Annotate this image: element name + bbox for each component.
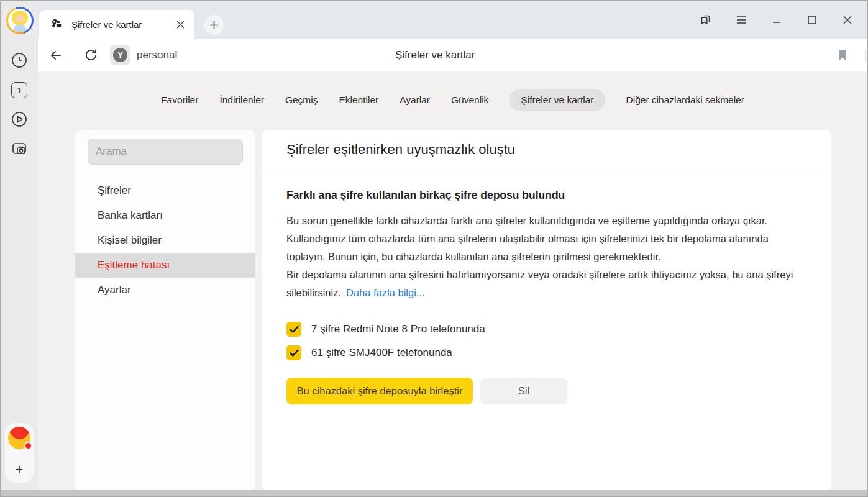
window-close-icon[interactable] — [840, 12, 855, 27]
bookmark-icon[interactable] — [833, 46, 852, 65]
checkbox-checked-icon[interactable] — [286, 345, 301, 360]
sync-conflict-panel: Şifreler eşitlenirken uyuşmazlık oluştu … — [262, 130, 831, 491]
sidebar-item-label: Banka kartları — [98, 209, 163, 222]
paragraph-3: Bir depolama alanının ana şifresini hatı… — [286, 266, 797, 302]
sidebar-item-kisisel-bilgiler[interactable]: Kişisel bilgiler — [75, 228, 255, 253]
device-checkbox-row[interactable]: 61 şifre SMJ400F telefonunda — [286, 345, 797, 360]
nav-diger-cihazlar[interactable]: Diğer cihazlardaki sekmeler — [626, 89, 744, 111]
rail-add-button[interactable]: + — [16, 463, 24, 476]
paragraph-2: Kullandığınız tüm cihazlarda tüm ana şif… — [286, 230, 797, 266]
nav-gecmis[interactable]: Geçmiş — [285, 89, 318, 111]
search-input[interactable] — [88, 139, 243, 165]
device-checkbox-row[interactable]: 7 şifre Redmi Note 8 Pro telefonunda — [286, 322, 797, 337]
avatar-image — [8, 9, 32, 32]
merge-button[interactable]: Bu cihazdaki şifre deposuyla birleştir — [286, 378, 473, 404]
yandex-browser-logo[interactable] — [8, 427, 30, 449]
sidebar-item-label: Şifreler — [98, 185, 131, 197]
profile-initial: Y — [117, 50, 123, 60]
device-checkbox-label: 7 şifre Redmi Note 8 Pro telefonunda — [311, 323, 485, 335]
left-rail: 1 + — [1, 1, 38, 490]
more-info-link[interactable]: Daha fazla bilgi... — [346, 287, 425, 298]
conflict-subtitle: Farklı ana şifre kullanılan birkaç şifre… — [286, 189, 797, 202]
play-icon[interactable] — [10, 110, 29, 129]
paragraph-1: Bu sorun genellikle farklı cihazlarda fa… — [286, 212, 797, 230]
notification-dot — [24, 442, 32, 450]
browser-tab[interactable]: Şifreler ve kartlar — [39, 10, 194, 39]
nav-guvenlik[interactable]: Güvenlik — [451, 89, 488, 111]
history-clock-icon[interactable] — [10, 51, 29, 70]
reload-icon[interactable] — [81, 46, 100, 65]
page-title: Şifreler ve kartlar — [395, 39, 475, 71]
settings-nav: Favoriler İndirilenler Geçmiş Eklentiler… — [38, 86, 867, 114]
tab-title: Şifreler ve kartlar — [71, 19, 173, 30]
nav-indirilenler[interactable]: İndirilenler — [219, 89, 264, 111]
back-icon[interactable] — [47, 46, 65, 65]
browser-window: 1 + — [0, 0, 868, 497]
toolbar-divider — [865, 49, 866, 62]
profile-badge[interactable]: Y personal — [110, 45, 177, 65]
rail-bottom-container: + — [5, 423, 34, 483]
tab-close-icon[interactable] — [173, 17, 187, 31]
passwords-sidebar-panel: Şifreler Banka kartları Kişisel bilgiler… — [75, 130, 255, 491]
delete-button[interactable]: Sil — [480, 378, 567, 404]
tab-counter[interactable]: 1 — [10, 81, 29, 99]
device-checkbox-label: 61 şifre SMJ400F telefonunda — [311, 347, 452, 359]
maximize-icon[interactable] — [805, 12, 820, 27]
conflict-description: Bu sorun genellikle farklı cihazlarda fa… — [286, 212, 797, 302]
new-tab-button[interactable] — [204, 15, 224, 35]
sidebar-item-label: Kişisel bilgiler — [98, 234, 162, 247]
passwords-key-icon — [49, 17, 63, 31]
sidebar-item-esitleme-hatasi[interactable]: Eşitleme hatası — [75, 253, 255, 278]
toolbar: Y personal Şifreler ve kartlar — [38, 39, 867, 71]
screenshot-camera-icon[interactable] — [10, 139, 29, 158]
panel-header: Şifreler eşitlenirken uyuşmazlık oluştu — [262, 130, 831, 170]
sidebar-item-label: Ayarlar — [98, 284, 131, 296]
profile-badge-icon: Y — [110, 45, 130, 65]
window-bottom-edge — [1, 490, 867, 496]
sidebar-item-sifreler[interactable]: Şifreler — [75, 178, 255, 203]
nav-sifreler-ve-kartlar[interactable]: Şifreler ve kartlar — [509, 89, 605, 111]
tab-count-value: 1 — [17, 86, 21, 95]
tab-strip: Şifreler ve kartlar — [38, 1, 867, 39]
nav-ayarlar[interactable]: Ayarlar — [400, 89, 430, 111]
nav-favoriler[interactable]: Favoriler — [161, 89, 198, 111]
checkbox-checked-icon[interactable] — [286, 322, 301, 337]
profile-avatar[interactable] — [6, 7, 34, 34]
nav-eklentiler[interactable]: Eklentiler — [339, 89, 378, 111]
minimize-icon[interactable] — [769, 12, 784, 27]
sidebar-item-ayarlar[interactable]: Ayarlar — [75, 278, 255, 303]
browser-menu-icon[interactable] — [734, 12, 749, 27]
sidebar-item-label: Eşitleme hatası — [98, 259, 170, 271]
profile-badge-label: personal — [137, 49, 177, 62]
side-panels-icon[interactable] — [698, 12, 713, 27]
sidebar-item-banka-kartlari[interactable]: Banka kartları — [75, 203, 255, 228]
